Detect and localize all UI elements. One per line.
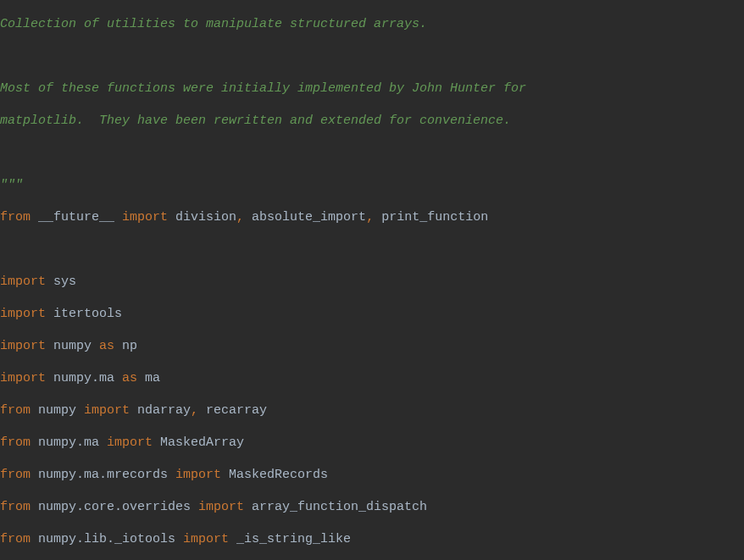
import-item: recarray xyxy=(198,403,267,418)
module-name: __future__ xyxy=(31,210,122,225)
as-keyword: as xyxy=(122,371,137,385)
module-name: itertools xyxy=(46,307,122,321)
code-line: import itertools xyxy=(0,306,744,322)
docstring-text: matplotlib. They have been rewritten and… xyxy=(0,114,511,128)
code-line: import numpy as np xyxy=(0,338,744,354)
module-name: numpy.ma xyxy=(31,435,107,450)
docstring-text: Most of these functions were initially i… xyxy=(0,81,526,96)
import-keyword: import xyxy=(175,468,221,482)
module-name: numpy.ma xyxy=(46,371,122,385)
comma: , xyxy=(191,403,198,418)
import-keyword: import xyxy=(198,500,244,514)
from-keyword: from xyxy=(0,468,31,482)
module-name: numpy.core.overrides xyxy=(31,500,198,514)
import-keyword: import xyxy=(0,371,46,385)
import-keyword: import xyxy=(84,403,130,418)
import-item: MaskedArray xyxy=(153,435,244,450)
as-keyword: as xyxy=(99,339,114,353)
code-line xyxy=(0,48,744,64)
import-item: print_function xyxy=(374,210,488,225)
import-item: division xyxy=(168,210,236,225)
from-keyword: from xyxy=(0,500,31,514)
code-editor[interactable]: Collection of utilities to manipulate st… xyxy=(0,0,744,560)
code-line: from numpy.lib._iotools import _is_strin… xyxy=(0,531,744,547)
code-line: from numpy.core.overrides import array_f… xyxy=(0,499,744,515)
code-line: """ xyxy=(0,177,744,193)
code-line xyxy=(0,241,744,258)
from-keyword: from xyxy=(0,532,31,546)
import-keyword: import xyxy=(0,274,46,289)
module-name: numpy xyxy=(46,339,99,353)
code-line: from numpy import ndarray, recarray xyxy=(0,402,744,419)
import-keyword: import xyxy=(122,210,168,225)
import-item: _is_string_like xyxy=(229,532,351,546)
import-item: absolute_import xyxy=(244,210,366,225)
code-line: from __future__ import division, absolut… xyxy=(0,209,744,225)
docstring-close: """ xyxy=(0,178,23,192)
import-item: array_function_dispatch xyxy=(244,500,427,514)
code-line: import sys xyxy=(0,274,744,290)
module-name: numpy.ma.mrecords xyxy=(31,468,175,482)
module-name: numpy xyxy=(31,403,84,418)
module-name: numpy.lib._iotools xyxy=(31,532,183,546)
code-line: from numpy.ma import MaskedArray xyxy=(0,435,744,451)
import-keyword: import xyxy=(0,307,46,321)
module-name: sys xyxy=(46,274,76,289)
from-keyword: from xyxy=(0,435,31,450)
comma: , xyxy=(236,210,244,225)
import-item: ndarray xyxy=(130,403,191,418)
code-line: import numpy.ma as ma xyxy=(0,370,744,386)
docstring-text: Collection of utilities to manipulate st… xyxy=(0,17,427,31)
import-keyword: import xyxy=(107,435,153,450)
code-line xyxy=(0,145,744,161)
from-keyword: from xyxy=(0,210,31,225)
alias-name: ma xyxy=(137,371,160,385)
comma: , xyxy=(366,210,374,225)
import-keyword: import xyxy=(183,532,229,546)
import-item: MaskedRecords xyxy=(221,468,328,482)
from-keyword: from xyxy=(0,403,31,418)
import-keyword: import xyxy=(0,339,46,353)
code-line: Most of these functions were initially i… xyxy=(0,80,744,97)
code-line: from numpy.ma.mrecords import MaskedReco… xyxy=(0,467,744,483)
alias-name: np xyxy=(114,339,137,353)
code-line: Collection of utilities to manipulate st… xyxy=(0,16,744,32)
code-line: matplotlib. They have been rewritten and… xyxy=(0,113,744,129)
